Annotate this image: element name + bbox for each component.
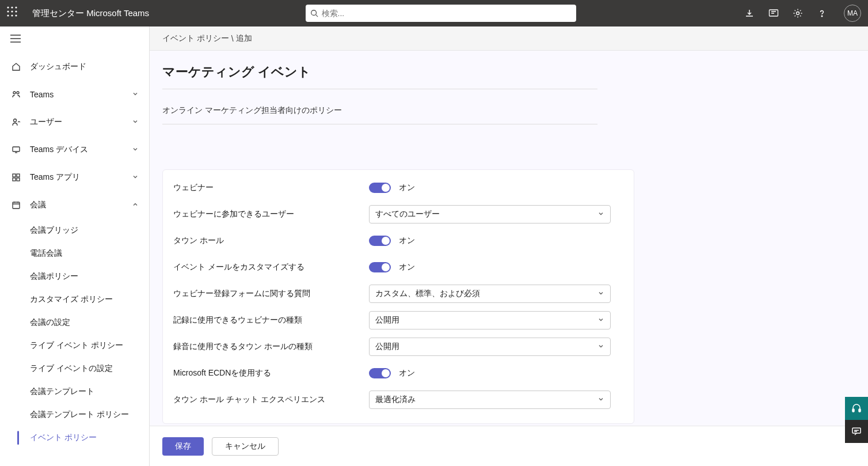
svg-point-18: [17, 92, 19, 94]
teams-icon: [10, 90, 22, 99]
sidebar-item-teams[interactable]: Teams: [0, 81, 149, 108]
form-label-webinar: ウェビナー: [173, 183, 369, 193]
page-title: マーケティング イベント: [162, 63, 597, 89]
select-webinar-attendees[interactable]: すべてのユーザー: [369, 205, 611, 223]
cancel-button[interactable]: キャンセル: [212, 437, 279, 456]
toggle-customize-email[interactable]: [369, 262, 391, 272]
avatar[interactable]: MA: [844, 5, 861, 22]
chevron-down-icon: [132, 173, 139, 182]
sidebar-item-apps[interactable]: Teams アプリ: [0, 164, 149, 191]
svg-rect-21: [13, 174, 16, 177]
search-box[interactable]: [306, 5, 576, 22]
svg-rect-26: [852, 409, 854, 412]
select-value: 公開用: [375, 315, 399, 325]
chevron-down-icon: [597, 316, 604, 325]
form-label-townhall: タウン ホール: [173, 236, 369, 246]
sidebar-item-label: Teams: [30, 90, 132, 99]
toggle-label: オン: [399, 262, 415, 272]
svg-line-10: [315, 15, 318, 17]
sidebar-subitem-meeting-settings[interactable]: 会議の設定: [0, 311, 149, 334]
select-value: 公開用: [375, 342, 399, 352]
toggle-label: オン: [399, 236, 415, 246]
sidebar-subitem-conference-bridge[interactable]: 会議ブリッジ: [0, 219, 149, 242]
sidebar-item-label: ダッシュボード: [30, 62, 139, 72]
svg-point-2: [15, 6, 17, 8]
select-townhall-recording-type[interactable]: 公開用: [369, 338, 611, 356]
sidebar-subitem-event-policies[interactable]: イベント ポリシー: [0, 426, 149, 449]
select-townhall-chat-experience[interactable]: 最適化済み: [369, 391, 611, 409]
sidebar-item-label: ユーザー: [30, 117, 132, 127]
sidebar-item-label: ライブ イベント ポリシー: [30, 340, 123, 351]
svg-point-5: [15, 10, 17, 12]
select-value: 最適化済み: [375, 395, 416, 405]
toggle-use-ecdn[interactable]: [369, 368, 391, 378]
sidebar-subitem-live-event-settings[interactable]: ライブ イベントの設定: [0, 357, 149, 380]
form-label-webinar-recording-type: 記録に使用できるウェビナーの種類: [173, 315, 369, 325]
svg-rect-25: [13, 202, 20, 209]
hamburger-icon[interactable]: [0, 26, 149, 53]
chevron-down-icon: [597, 289, 604, 298]
app-launcher-icon[interactable]: [7, 6, 21, 20]
svg-rect-20: [13, 147, 20, 151]
chevron-down-icon: [132, 145, 139, 154]
svg-point-6: [7, 14, 9, 16]
chevron-down-icon: [597, 342, 604, 351]
search-input[interactable]: [322, 9, 572, 18]
toggle-townhall[interactable]: [369, 236, 391, 246]
sidebar-item-users[interactable]: ユーザー: [0, 108, 149, 136]
form-label-use-ecdn: Microsoft ECDNを使用する: [173, 368, 369, 378]
svg-point-17: [13, 92, 16, 94]
breadcrumb-separator: \: [229, 34, 236, 43]
breadcrumb-parent[interactable]: イベント ポリシー: [162, 33, 229, 44]
chevron-down-icon: [132, 90, 139, 99]
select-value: すべてのユーザー: [375, 209, 440, 219]
sidebar-item-label: 電話会議: [30, 248, 62, 259]
chevron-down-icon: [597, 395, 604, 404]
sidebar-item-meetings[interactable]: 会議: [0, 191, 149, 219]
select-webinar-recording-type[interactable]: 公開用: [369, 311, 611, 329]
breadcrumb: イベント ポリシー \ 追加: [150, 26, 868, 51]
sidebar-item-dashboard[interactable]: ダッシュボード: [0, 53, 149, 81]
sidebar-subitem-live-event-policies[interactable]: ライブ イベント ポリシー: [0, 334, 149, 357]
sidebar-subitem-meeting-policies[interactable]: 会議ポリシー: [0, 265, 149, 288]
svg-rect-23: [13, 178, 16, 181]
announcements-icon[interactable]: [768, 7, 779, 19]
sidebar-item-label: 会議の設定: [30, 317, 70, 328]
toggle-label: オン: [399, 183, 415, 193]
sidebar-subitem-meeting-template-policies[interactable]: 会議テンプレート ポリシー: [0, 403, 149, 426]
form-label-townhall-chat-experience: タウン ホール チャット エクスペリエンス: [173, 395, 369, 405]
topbar: 管理センター Microsoft Teams: [0, 0, 868, 26]
sidebar-item-label: ライブ イベントの設定: [30, 363, 113, 374]
search-icon: [310, 9, 318, 17]
svg-point-4: [11, 10, 13, 12]
sidebar-subitem-meeting-templates[interactable]: 会議テンプレート: [0, 380, 149, 403]
chevron-down-icon: [132, 118, 139, 127]
sidebar-subitem-customize-policies[interactable]: カスタマイズ ポリシー: [0, 288, 149, 311]
download-icon[interactable]: [744, 7, 755, 19]
form-label-townhall-recording-type: 録音に使用できるタウン ホールの種類: [173, 342, 369, 352]
avatar-initials: MA: [847, 9, 858, 17]
page-description: オンライン マーケティング担当者向けのポリシー: [162, 89, 597, 124]
help-icon[interactable]: [816, 7, 828, 19]
feedback-chat-icon[interactable]: [845, 420, 868, 443]
support-headset-icon[interactable]: [845, 397, 868, 420]
svg-rect-22: [17, 174, 20, 177]
settings-icon[interactable]: [792, 7, 804, 19]
sidebar-item-label: カスタマイズ ポリシー: [30, 294, 113, 305]
calendar-icon: [10, 200, 22, 210]
sidebar-subitem-audio-conferencing[interactable]: 電話会議: [0, 242, 149, 265]
toggle-webinar[interactable]: [369, 183, 391, 193]
svg-point-13: [821, 16, 823, 17]
save-button[interactable]: 保存: [162, 437, 204, 456]
svg-point-8: [15, 14, 17, 16]
select-registration-questions[interactable]: カスタム、標準、および必須: [369, 285, 611, 303]
svg-point-12: [797, 12, 800, 15]
select-value: カスタム、標準、および必須: [375, 289, 480, 299]
sidebar-item-label: 会議ポリシー: [30, 271, 78, 282]
sidebar-item-label: Teams デバイス: [30, 145, 132, 155]
chevron-down-icon: [597, 210, 604, 219]
svg-point-19: [14, 119, 17, 122]
home-icon: [10, 62, 22, 71]
svg-point-3: [7, 10, 9, 12]
sidebar-item-devices[interactable]: Teams デバイス: [0, 136, 149, 164]
